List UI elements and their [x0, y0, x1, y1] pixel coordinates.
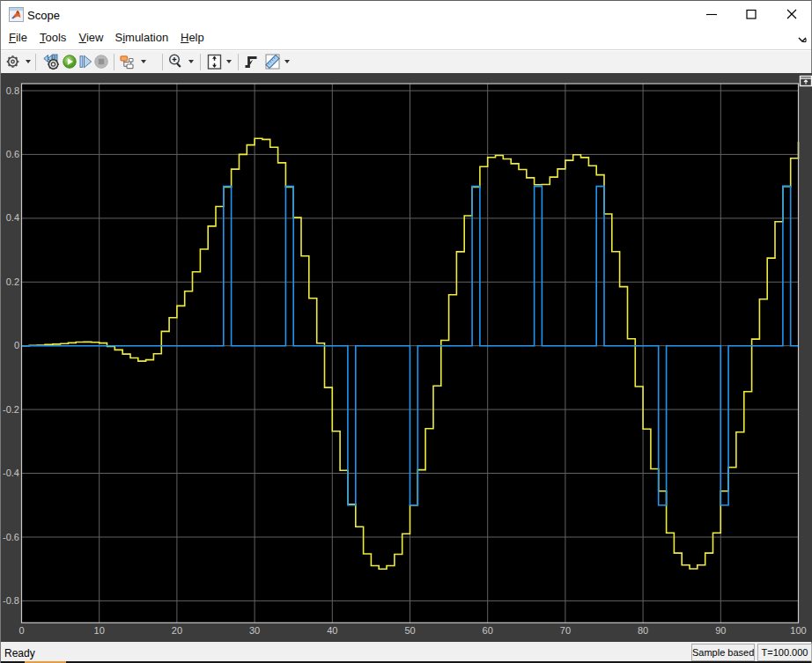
svg-text:0.4: 0.4	[6, 212, 19, 223]
svg-text:40: 40	[327, 625, 337, 636]
svg-text:-0.4: -0.4	[3, 468, 19, 478]
svg-text:60: 60	[483, 625, 493, 636]
svg-text:30: 30	[249, 625, 260, 636]
svg-text:90: 90	[715, 625, 726, 636]
svg-text:-0.6: -0.6	[3, 532, 19, 542]
svg-text:50: 50	[404, 625, 415, 636]
svg-text:100: 100	[790, 625, 806, 636]
svg-text:70: 70	[560, 625, 571, 636]
svg-text:80: 80	[638, 625, 648, 636]
svg-text:-0.2: -0.2	[3, 404, 19, 415]
svg-text:0: 0	[18, 625, 24, 636]
svg-text:0: 0	[14, 340, 19, 350]
svg-text:0.2: 0.2	[6, 276, 19, 287]
svg-text:-0.8: -0.8	[3, 595, 19, 606]
svg-text:0.8: 0.8	[6, 85, 19, 96]
svg-text:10: 10	[94, 625, 105, 636]
svg-text:0.6: 0.6	[6, 149, 19, 159]
svg-text:20: 20	[172, 625, 182, 636]
